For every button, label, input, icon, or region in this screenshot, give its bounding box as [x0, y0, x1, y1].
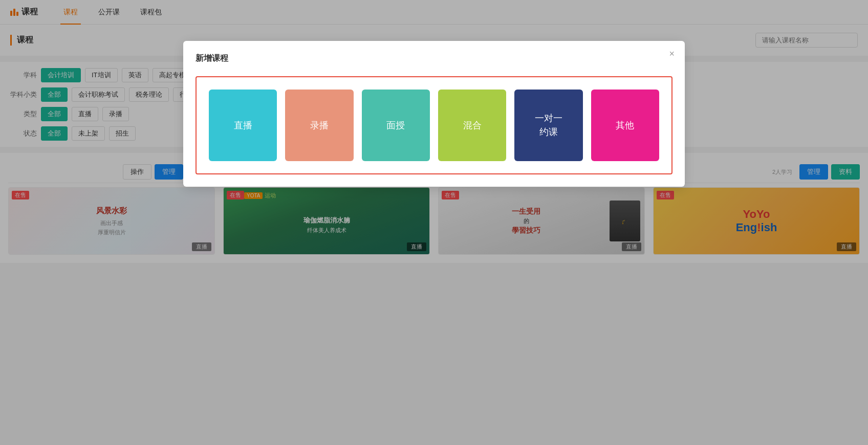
add-course-modal: 新增课程 × 直播 录播 面授 混合 一对一 约课 其他	[183, 41, 685, 187]
course-type-live[interactable]: 直播	[209, 90, 277, 161]
close-icon[interactable]: ×	[669, 49, 675, 58]
modal-title: 新增课程	[196, 53, 672, 64]
course-type-other[interactable]: 其他	[591, 90, 659, 161]
course-type-recorded[interactable]: 录播	[285, 90, 353, 161]
course-type-offline[interactable]: 面授	[362, 90, 430, 161]
course-type-grid: 直播 录播 面授 混合 一对一 约课 其他	[196, 76, 672, 174]
course-type-one-on-one[interactable]: 一对一 约课	[514, 90, 582, 161]
modal-overlay: 新增课程 × 直播 录播 面授 混合 一对一 约课 其他	[0, 0, 868, 263]
course-type-mixed[interactable]: 混合	[438, 90, 506, 161]
